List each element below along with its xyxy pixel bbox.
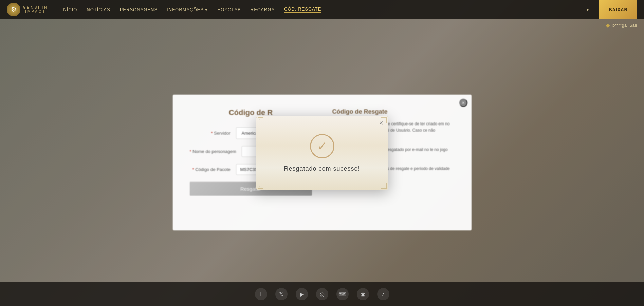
corner-br	[381, 183, 387, 189]
checkmark-icon: ✓	[317, 139, 327, 153]
corner-bl	[258, 183, 263, 189]
success-icon-circle: ✓	[310, 134, 334, 158]
corner-tl	[258, 117, 263, 123]
success-popup-overlay: × ✓ Resgatado com sucesso!	[0, 0, 644, 306]
success-close-button[interactable]: ×	[379, 119, 383, 126]
success-popup: × ✓ Resgatado com sucesso!	[256, 116, 388, 190]
success-message: Resgatado com sucesso!	[284, 165, 360, 172]
